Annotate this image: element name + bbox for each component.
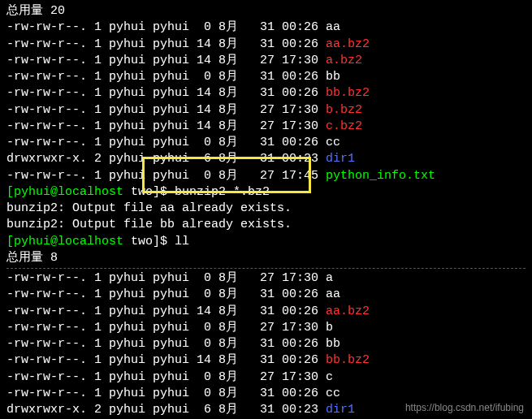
file-name: c bbox=[326, 370, 333, 384]
file-name: cc bbox=[326, 387, 340, 400]
terminal-output[interactable]: 总用量 20 -rw-rw-r--. 1 pyhui pyhui 0 8月 31… bbox=[6, 3, 526, 419]
file-row: -rw-rw-r--. 1 pyhui pyhui 0 8月 27 17:45 … bbox=[6, 168, 526, 184]
file-row: -rw-rw-r--. 1 pyhui pyhui 0 8月 31 00:26 … bbox=[6, 386, 526, 402]
file-name: bb bbox=[326, 337, 340, 351]
command-text: bunzip2 *.bz2 bbox=[175, 185, 270, 199]
file-name: aa.bz2 bbox=[326, 305, 370, 318]
file-row: -rw-rw-r--. 1 pyhui pyhui 0 8月 27 17:30 … bbox=[6, 270, 526, 287]
file-name: b.bz2 bbox=[326, 103, 362, 117]
command-text: ll bbox=[175, 235, 189, 248]
file-name: bb bbox=[326, 70, 340, 84]
watermark-text: https://blog.csdn.net/ifubing bbox=[405, 401, 524, 414]
file-row: -rw-rw-r--. 1 pyhui pyhui 14 8月 31 00:26… bbox=[6, 37, 526, 53]
file-name: cc bbox=[326, 136, 340, 149]
file-row: drwxrwxr-x. 2 pyhui pyhui 6 8月 31 00:23 … bbox=[6, 151, 526, 167]
file-name: aa.bz2 bbox=[326, 37, 370, 51]
file-row: -rw-rw-r--. 1 pyhui pyhui 0 8月 31 00:26 … bbox=[6, 19, 526, 36]
file-row: -rw-rw-r--. 1 pyhui pyhui 14 8月 27 17:30… bbox=[6, 102, 526, 119]
file-row: -rw-rw-r--. 1 pyhui pyhui 0 8月 31 00:26 … bbox=[6, 69, 526, 85]
file-row: -rw-rw-r--. 1 pyhui pyhui 0 8月 31 00:26 … bbox=[6, 336, 526, 352]
file-row: -rw-rw-r--. 1 pyhui pyhui 0 8月 31 00:26 … bbox=[6, 287, 526, 303]
file-row: -rw-rw-r--. 1 pyhui pyhui 14 8月 31 00:26… bbox=[6, 85, 526, 102]
file-row: -rw-rw-r--. 1 pyhui pyhui 14 8月 31 00:26… bbox=[6, 304, 526, 320]
file-row: -rw-rw-r--. 1 pyhui pyhui 14 8月 31 00:26… bbox=[6, 352, 526, 369]
prompt-line: [pyhui@localhost two]$ ll bbox=[6, 234, 526, 250]
file-row: -rw-rw-r--. 1 pyhui pyhui 14 8月 27 17:30… bbox=[6, 119, 526, 135]
output-line: bunzip2: Output file bb already exists. bbox=[6, 217, 526, 233]
file-name: dir1 bbox=[326, 403, 355, 417]
file-name: c.bz2 bbox=[326, 119, 362, 133]
file-name: a.bz2 bbox=[326, 54, 362, 67]
file-name: a bbox=[326, 271, 333, 285]
file-row: -rw-rw-r--. 1 pyhui pyhui 0 8月 27 17:30 … bbox=[6, 369, 526, 386]
file-name: aa bbox=[326, 20, 340, 34]
prompt-line: [pyhui@localhost two]$ bunzip2 *.bz2 bbox=[6, 184, 526, 201]
file-row: -rw-rw-r--. 1 pyhui pyhui 0 8月 27 17:30 … bbox=[6, 320, 526, 336]
file-name: bb.bz2 bbox=[326, 353, 370, 367]
file-name: aa bbox=[326, 287, 340, 301]
file-row: -rw-rw-r--. 1 pyhui pyhui 0 8月 31 00:26 … bbox=[6, 135, 526, 151]
file-name: b bbox=[326, 321, 333, 335]
totals-line: 总用量 8 bbox=[6, 250, 526, 266]
totals-line: 总用量 20 bbox=[6, 3, 526, 19]
file-row: -rw-rw-r--. 1 pyhui pyhui 14 8月 27 17:30… bbox=[6, 53, 526, 69]
file-name: dir1 bbox=[326, 152, 355, 166]
output-line: bunzip2: Output file aa already exists. bbox=[6, 201, 526, 217]
file-name: bb.bz2 bbox=[326, 86, 370, 100]
file-name: python_info.txt bbox=[326, 169, 435, 183]
